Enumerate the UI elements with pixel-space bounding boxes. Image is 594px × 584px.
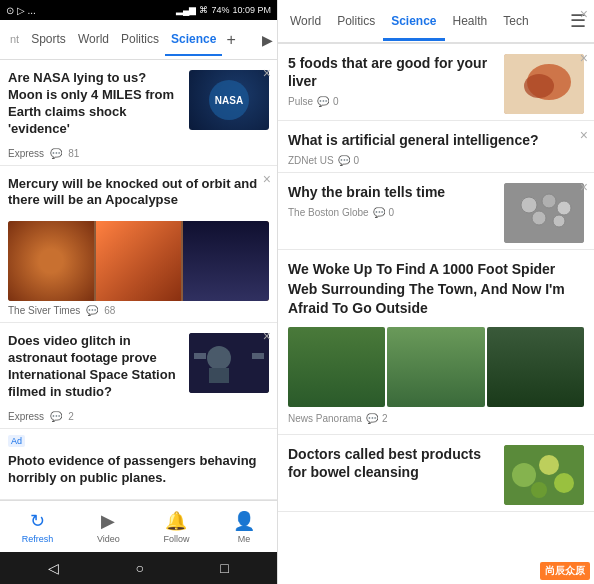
refresh-icon: ↻ — [30, 510, 45, 532]
right-comment-icon-2: 💬 — [338, 155, 350, 166]
right-source-2: ZDNet US — [288, 155, 334, 166]
left-news-list: Are NASA lying to us? Moon is only 4 MIL… — [0, 60, 277, 500]
android-icons: ⊙ ▷ ... — [6, 5, 36, 16]
tab-world-left[interactable]: World — [72, 24, 115, 56]
nav-refresh-label: Refresh — [22, 534, 54, 544]
right-thumb-3 — [504, 183, 584, 243]
svg-point-14 — [532, 211, 546, 225]
news-thumb-3 — [189, 333, 269, 393]
svg-rect-5 — [194, 353, 206, 359]
comment-icon-2: 💬 — [86, 305, 98, 316]
right-comment-count-4: 2 — [382, 413, 388, 424]
left-news-item-3[interactable]: Does video glitch in astronaut footage p… — [0, 323, 277, 429]
nav-video-label: Video — [97, 534, 120, 544]
right-news-item-1[interactable]: 5 foods that are good for your liver Pul… — [278, 44, 594, 121]
right-news-text-1: 5 foods that are good for your liver Pul… — [288, 54, 496, 107]
tab-politics-right[interactable]: Politics — [329, 4, 383, 41]
status-left-icons: ⊙ ▷ ... — [6, 5, 36, 16]
tab-sports[interactable]: Sports — [25, 24, 72, 56]
news-title-2: Mercury will be knocked out of orbit and… — [8, 176, 269, 210]
battery-level: 74% — [211, 5, 229, 15]
signal-icon: ▂▄▆ — [176, 5, 196, 15]
news-wide-image-2 — [8, 221, 269, 301]
comment-count-3: 2 — [68, 411, 74, 422]
comment-icon-1: 💬 — [50, 148, 62, 159]
close-btn-2[interactable]: × — [263, 172, 271, 186]
news-text-4: Photo evidence of passengers behaving ho… — [8, 453, 269, 493]
comment-count-1: 81 — [68, 148, 79, 159]
svg-point-11 — [521, 197, 537, 213]
right-thumb-5 — [504, 445, 584, 505]
nav-me-label: Me — [238, 534, 251, 544]
video-icon: ▶ — [101, 510, 115, 532]
comment-count-2: 68 — [104, 305, 115, 316]
nav-me[interactable]: 👤 Me — [233, 510, 255, 544]
left-tab-bar: nt Sports World Politics Science + ▶ — [0, 20, 277, 60]
news-text-1: Are NASA lying to us? Moon is only 4 MIL… — [8, 70, 181, 144]
news-title-3: Does video glitch in astronaut footage p… — [8, 333, 181, 401]
left-news-item-2[interactable]: Mercury will be knocked out of orbit and… — [0, 166, 277, 324]
right-news-item-2[interactable]: What is artificial general intelligence?… — [278, 121, 594, 173]
tab-nt[interactable]: nt — [4, 25, 25, 55]
svg-text:NASA: NASA — [215, 95, 243, 106]
news-meta-3: Express 💬 2 — [8, 411, 269, 422]
svg-point-13 — [557, 201, 571, 215]
right-thumb-1 — [504, 54, 584, 114]
right-news-title-5: Doctors called best products for bowel c… — [288, 445, 496, 481]
left-panel: ⊙ ▷ ... ▂▄▆ ⌘ 74% 10:09 PM nt Sports Wor… — [0, 0, 278, 584]
source-3: Express — [8, 411, 44, 422]
svg-rect-6 — [252, 353, 264, 359]
ad-label: Ad — [8, 435, 25, 447]
right-wide-title-4: We Woke Up To Find A 1000 Foot Spider We… — [288, 260, 584, 319]
nav-video[interactable]: ▶ Video — [97, 510, 120, 544]
right-news-item-3[interactable]: Why the brain tells time The Boston Glob… — [278, 173, 594, 250]
nav-follow[interactable]: 🔔 Follow — [163, 510, 189, 544]
tab-health-right[interactable]: Health — [445, 4, 496, 41]
home-button[interactable]: ○ — [136, 560, 144, 576]
close-btn-1[interactable]: × — [263, 66, 271, 80]
right-news-text-2: What is artificial general intelligence?… — [288, 131, 584, 166]
status-right-info: ▂▄▆ ⌘ 74% 10:09 PM — [176, 5, 271, 15]
left-news-item-4[interactable]: Ad Photo evidence of passengers behaving… — [0, 429, 277, 500]
status-bar: ⊙ ▷ ... ▂▄▆ ⌘ 74% 10:09 PM — [0, 0, 277, 20]
right-news-text-3: Why the brain tells time The Boston Glob… — [288, 183, 496, 218]
right-comment-icon-1: 💬 — [317, 96, 329, 107]
recents-button[interactable]: □ — [220, 560, 228, 576]
left-news-item-1[interactable]: Are NASA lying to us? Moon is only 4 MIL… — [0, 60, 277, 166]
source-2: The Siver Times — [8, 305, 80, 316]
right-news-title-3: Why the brain tells time — [288, 183, 496, 201]
right-comment-count-1: 0 — [333, 96, 339, 107]
right-close-1[interactable]: × — [580, 50, 588, 66]
tab-science-left[interactable]: Science — [165, 24, 222, 56]
back-button[interactable]: ◁ — [48, 560, 59, 576]
right-tab-bar: World Politics Science Health Tech ☰ — [278, 0, 594, 44]
close-btn-3[interactable]: × — [263, 329, 271, 343]
news-thumb-1: NASA — [189, 70, 269, 130]
tab-politics-left[interactable]: Politics — [115, 24, 165, 56]
right-news-text-5: Doctors called best products for bowel c… — [288, 445, 496, 487]
svg-rect-4 — [209, 368, 229, 383]
news-text-2: Mercury will be knocked out of orbit and… — [8, 176, 269, 216]
news-meta-2: The Siver Times 💬 68 — [8, 305, 269, 316]
me-icon: 👤 — [233, 510, 255, 532]
right-news-meta-3: The Boston Globe 💬 0 — [288, 207, 496, 218]
add-tab-button[interactable]: + — [222, 31, 239, 49]
right-news-item-4[interactable]: We Woke Up To Find A 1000 Foot Spider We… — [278, 250, 594, 435]
right-close-3[interactable]: × — [580, 179, 588, 195]
follow-icon: 🔔 — [165, 510, 187, 532]
nav-refresh[interactable]: ↻ Refresh — [22, 510, 54, 544]
right-comment-icon-3: 💬 — [373, 207, 385, 218]
right-news-item-5[interactable]: Doctors called best products for bowel c… — [278, 435, 594, 512]
tab-tech-right[interactable]: Tech — [495, 4, 536, 41]
video-tab-icon[interactable]: ▶ — [262, 32, 273, 48]
tab-science-right[interactable]: Science — [383, 4, 444, 41]
wifi-icon: ⌘ — [199, 5, 208, 15]
right-source-4: News Panorama — [288, 413, 362, 424]
right-panel: World Politics Science Health Tech ☰ 5 f… — [278, 0, 594, 584]
right-news-title-2: What is artificial general intelligence? — [288, 131, 584, 149]
right-news-list: 5 foods that are good for your liver Pul… — [278, 44, 594, 584]
tab-world-right[interactable]: World — [282, 4, 329, 41]
right-close-2[interactable]: × — [580, 127, 588, 143]
svg-point-17 — [512, 463, 536, 487]
watermark: 尚辰众原 — [540, 562, 590, 580]
